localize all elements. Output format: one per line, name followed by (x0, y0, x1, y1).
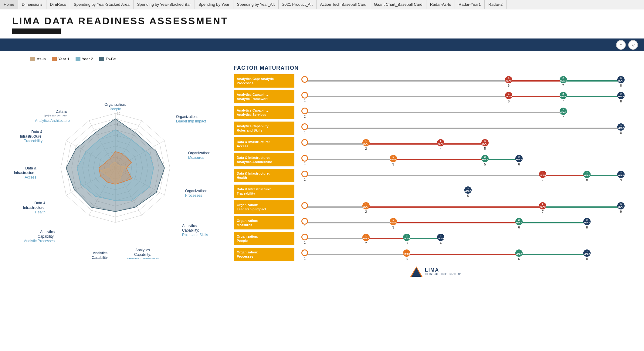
node-number: 8 (620, 84, 622, 87)
timeline-track: 11YEAR22YEAR33YEAR4 (298, 238, 638, 239)
track-segment (441, 143, 485, 145)
timeline-node: 1 (301, 234, 308, 244)
radar-label-leadership: Organization: (176, 115, 198, 119)
timeline-node: 1YEAR3 (390, 218, 397, 229)
node-circle: 1YEAR (505, 92, 512, 99)
radar-label-processes-sub: Processes (185, 193, 202, 198)
main-content: 10 9 8 7 6 5 4 3 2 1 (0, 65, 644, 280)
node-number: 6 (518, 163, 520, 166)
track-segment (543, 206, 621, 208)
timeline-node: 2YEAR4 (437, 139, 444, 150)
radar-label-access: Data & (25, 166, 36, 170)
nav-item-dimreco[interactable]: DimReco (46, 0, 70, 9)
timeline-node: 3YEAR5 (464, 186, 472, 198)
radar-label-traceability2: Infrastructure: (20, 134, 42, 139)
timeline-track: 11YEAR22YEAR43YEAR5 (298, 143, 638, 145)
factor-label: Organization:Processes (234, 248, 294, 261)
logo-text: LIMA CONSULTING GROUP (425, 267, 461, 276)
node-circle: 1YEAR (403, 249, 410, 257)
node-circle: 3YEAR (617, 123, 625, 131)
node-number: 3 (392, 163, 394, 166)
timeline: 11YEAR72YEAR83YEAR9 (298, 169, 638, 182)
track-segment (393, 222, 519, 223)
nav-item-dimensions[interactable]: Dimensions (18, 0, 46, 9)
node-number: 1 (304, 162, 306, 165)
track-segment (305, 159, 393, 160)
blue-strip: ⌂ ▽ (0, 38, 644, 51)
node-number: 8 (586, 179, 588, 182)
radar-label-arch-sub: Analytics Architecture (35, 119, 70, 123)
nav-item-home[interactable]: Home (0, 0, 18, 9)
header-bar (12, 28, 61, 34)
nav-item-spending-bar[interactable]: Spending by Year-Stacked Bar (134, 0, 195, 9)
nav-item-radar-year1[interactable]: Radar-Year1 (455, 0, 485, 9)
track-segment (563, 96, 621, 97)
radar-label-leadership-sub: Leadership Impact (176, 119, 206, 123)
node-circle: 3YEAR (583, 218, 591, 225)
node-number: 1 (304, 241, 306, 244)
nav-item-spending-alt[interactable]: Spending by Year_Alt (233, 0, 279, 9)
node-circle: 3YEAR (437, 234, 444, 241)
track-segment (485, 159, 519, 160)
track-segment (543, 175, 587, 176)
timeline-node: 1 (301, 139, 308, 150)
node-circle: 3YEAR (464, 186, 472, 194)
nav-item-spending-year[interactable]: Spending by Year (195, 0, 233, 9)
nav-item-gaant[interactable]: Gaant Chart_Baseball Card (370, 0, 426, 9)
radar-label-measures-sub: Measures (188, 155, 204, 160)
factor-row: Organization:Measures11YEAR32YEAR63YEAR8 (234, 216, 638, 229)
timeline-node: 3YEAR4 (437, 234, 444, 245)
nav-item-baseball[interactable]: Action Tech Baseball Card (317, 0, 370, 9)
timeline-track: 11YEAR72YEAR83YEAR9 (298, 175, 638, 176)
timeline: 11YEAR62YEAR73YEAR8 (298, 90, 638, 103)
timeline: 11YEAR32YEAR63YEAR8 (298, 248, 638, 261)
node-outline-circle (301, 139, 308, 146)
node-number: 7 (562, 84, 564, 87)
radar-label-people-sub: People (110, 107, 121, 111)
legend-asis: As-Is (30, 57, 46, 61)
radar-label-traceability-sub: Traceability (24, 139, 42, 143)
legend-year1-label: Year 1 (58, 57, 69, 61)
node-number: 2 (304, 115, 306, 118)
node-circle: 1YEAR (539, 171, 546, 178)
filter-button[interactable]: ▽ (628, 40, 638, 50)
node-number: 7 (562, 100, 564, 103)
node-circle: 2YEAR (481, 155, 489, 162)
node-number: 1 (304, 225, 306, 229)
radar-label-analytic-proc-sub: Analytic Processes (24, 239, 55, 243)
radar-label-analytic-proc2: Capability: (38, 234, 55, 239)
timeline-track: 11YEAR62YEAR73YEAR8 (298, 80, 638, 82)
factor-row: Organization:Leadership Impact11YEAR22YE… (234, 200, 638, 214)
timeline-node: 2YEAR5 (481, 155, 489, 166)
nav-item-radar-2[interactable]: Radar-2 (485, 0, 507, 9)
timeline-node: 3YEAR9 (617, 202, 625, 213)
timeline-node: 2YEAR3 (403, 234, 410, 245)
factor-row: Data & Infrastructure:Traceability3YEAR5 (234, 185, 638, 198)
factor-label: Data & Infastructure:Analytics Architect… (234, 153, 294, 166)
timeline: 11YEAR22YEAR73YEAR9 (298, 200, 638, 214)
factor-rows: Analytics Cap: AnalyticProcesses11YEAR62… (234, 74, 638, 261)
timeline-node: 1 (301, 92, 308, 102)
nav-item-spending-area[interactable]: Spending by Year-Stacked Area (70, 0, 134, 9)
nav-item-radar-asis[interactable]: Radar-As-Is (426, 0, 455, 9)
nav-bar: Home Dimensions DimReco Spending by Year… (0, 0, 644, 9)
radar-label-health2: Infrastructure: (23, 206, 46, 210)
factor-row: Data & Infastructure:Access11YEAR22YEAR4… (234, 137, 638, 151)
page-title: LIMA DATA READINESS ASSESSMENT (12, 15, 632, 27)
nav-item-product-alt[interactable]: 2021 Product_Alt (279, 0, 317, 9)
logo-subtitle: CONSULTING GROUP (425, 272, 461, 276)
node-circle: 3YEAR (617, 171, 625, 178)
node-number: 2 (365, 147, 367, 150)
legend-year2-label: Year 2 (82, 57, 93, 61)
home-button[interactable]: ⌂ (616, 40, 626, 50)
node-circle: 2YEAR (560, 76, 567, 83)
node-outline-circle (301, 249, 308, 256)
node-circle: 1YEAR (390, 155, 397, 162)
track-segment (305, 112, 563, 113)
timeline-track: 11YEAR32YEAR53YEAR6 (298, 159, 638, 160)
footer-logo: LIMA CONSULTING GROUP (234, 263, 638, 280)
legend-tobe: To-Be (99, 57, 116, 61)
node-number: 8 (586, 257, 588, 261)
track-segment (366, 238, 407, 239)
radar-label-roles2: Capability: (182, 228, 199, 232)
